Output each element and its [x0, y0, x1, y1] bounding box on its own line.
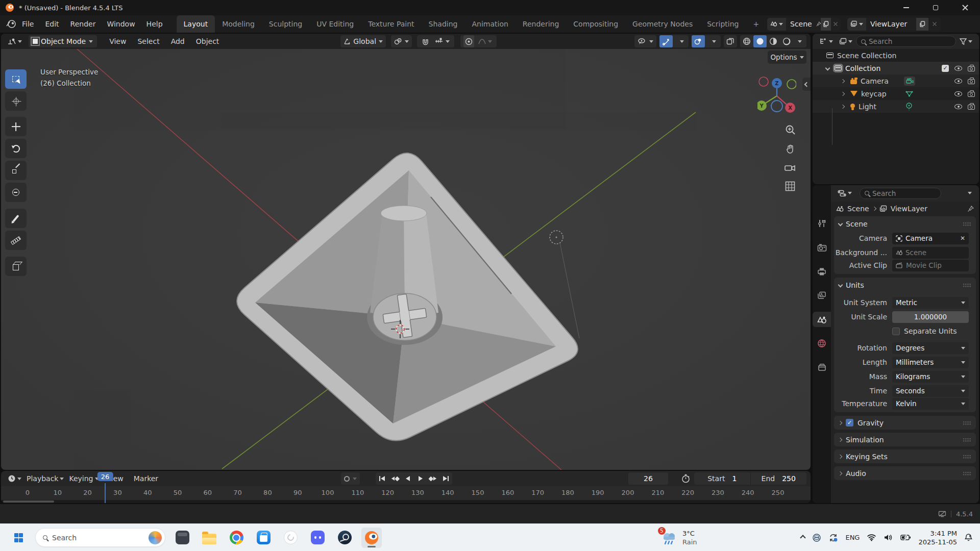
breadcrumb-view-layer[interactable]: ViewLayer — [891, 205, 927, 213]
keying-menu[interactable]: Keying — [66, 472, 101, 485]
tab-object-properties[interactable] — [813, 360, 831, 375]
tool-cursor[interactable] — [5, 91, 27, 111]
unit-system-dropdown[interactable]: Metric — [892, 297, 969, 309]
outliner-row-scene-collection[interactable]: Scene Collection — [813, 49, 979, 62]
mass-dropdown[interactable]: Kilograms — [892, 371, 969, 383]
volume-icon[interactable] — [884, 534, 893, 541]
search-highlight-icon[interactable] — [149, 531, 162, 544]
expand-chevron-icon[interactable] — [841, 91, 845, 95]
tray-expand-chevron-icon[interactable] — [800, 535, 806, 540]
object-visibility-dropdown[interactable] — [634, 35, 656, 47]
view-layer-copy-button[interactable] — [916, 18, 928, 31]
properties-search-input[interactable] — [872, 189, 936, 197]
gravity-checkbox[interactable]: ✓ — [846, 419, 853, 427]
tab-shading[interactable]: Shading — [422, 15, 465, 33]
snap-toggle[interactable] — [420, 35, 431, 47]
eye-icon[interactable] — [954, 104, 962, 109]
stopwatch-icon[interactable] — [681, 474, 690, 483]
eye-icon[interactable] — [954, 91, 962, 96]
collection-checkbox[interactable]: ✓ — [942, 65, 949, 72]
tab-texture-paint[interactable]: Texture Paint — [361, 15, 421, 33]
play-reverse-button[interactable] — [401, 472, 414, 485]
view-layer-browse-button[interactable] — [847, 18, 866, 31]
shading-settings-dropdown[interactable] — [793, 35, 806, 47]
pin-icon[interactable] — [816, 21, 821, 27]
chevron-down-icon[interactable] — [968, 192, 972, 194]
zoom-icon[interactable] — [785, 124, 796, 135]
maximize-button[interactable] — [921, 0, 950, 15]
gizmo-neg-x-ball[interactable] — [759, 77, 768, 86]
length-dropdown[interactable]: Millimeters — [892, 357, 969, 368]
properties-search[interactable] — [860, 188, 941, 199]
grip-dots-icon[interactable] — [963, 421, 971, 425]
viewport-3d[interactable]: Object Mode View Select Add Object Globa… — [1, 34, 811, 470]
simulation-panel[interactable]: Simulation — [834, 433, 976, 446]
pan-hand-icon[interactable] — [785, 144, 796, 155]
taskbar-clock[interactable]: 3:41 PM 2025-11-05 — [918, 529, 957, 546]
notification-bell-icon[interactable] — [964, 533, 973, 542]
editor-type-button[interactable] — [5, 35, 24, 47]
next-keyframe-button[interactable] — [427, 472, 439, 485]
input-language[interactable]: ENG — [845, 534, 860, 541]
grip-dots-icon[interactable] — [963, 455, 971, 459]
outliner-search-input[interactable] — [869, 37, 951, 45]
app-chrome[interactable] — [226, 528, 247, 548]
menu-edit[interactable]: Edit — [39, 20, 64, 28]
tab-layout[interactable]: Layout — [177, 15, 215, 33]
tab-compositing[interactable]: Compositing — [566, 15, 625, 33]
jump-to-end-button[interactable] — [439, 472, 452, 485]
expand-chevron-icon[interactable] — [841, 104, 845, 108]
outliner-filter-button[interactable] — [957, 35, 975, 47]
tool-select-box[interactable] — [5, 69, 27, 89]
tool-rotate[interactable] — [5, 139, 27, 158]
tab-geometry-nodes[interactable]: Geometry Nodes — [625, 15, 700, 33]
timeline-scrollbar[interactable] — [1, 500, 811, 503]
options-button[interactable]: Options — [768, 51, 806, 64]
tab-output-properties[interactable] — [813, 264, 831, 279]
grip-dots-icon[interactable] — [963, 283, 971, 287]
tab-tool-properties[interactable] — [813, 216, 831, 231]
pin-icon[interactable] — [967, 206, 974, 212]
outliner-row-camera[interactable]: Camera — [813, 74, 979, 87]
tab-rendering[interactable]: Rendering — [516, 15, 567, 33]
snap-settings-dropdown[interactable] — [433, 35, 451, 47]
xray-toggle[interactable] — [724, 35, 737, 47]
mode-dropdown[interactable]: Object Mode — [29, 35, 97, 47]
menu-file[interactable]: File — [16, 20, 39, 28]
sync-update-icon[interactable] — [828, 533, 838, 542]
active-clip-field[interactable]: Movie Clip — [892, 260, 969, 271]
eye-icon[interactable] — [954, 79, 962, 84]
separate-units-checkbox[interactable] — [892, 328, 900, 335]
viewport-menu-view[interactable]: View — [104, 37, 131, 45]
taskbar-weather[interactable]: 5 3°C Rain — [660, 524, 697, 551]
blender-menu-logo-icon[interactable] — [6, 20, 16, 28]
chevron-down-icon[interactable] — [353, 478, 357, 480]
camera-field[interactable]: Camera ✕ — [892, 233, 969, 244]
tool-measure[interactable] — [5, 231, 27, 250]
prev-keyframe-button[interactable] — [388, 472, 401, 485]
playhead-line[interactable] — [105, 483, 106, 503]
scene-name[interactable]: Scene — [786, 20, 816, 28]
outliner-search[interactable] — [856, 36, 956, 47]
gizmo-neg-y-ball[interactable] — [787, 80, 796, 89]
grip-dots-icon[interactable] — [963, 222, 971, 226]
playhead-frame-badge[interactable]: 26 — [97, 472, 113, 481]
shading-material-button[interactable] — [767, 35, 780, 47]
outliner-editor-type-button[interactable] — [817, 35, 836, 47]
tool-scale[interactable] — [5, 161, 27, 180]
minimize-button[interactable] — [891, 0, 921, 15]
tool-transform[interactable] — [5, 183, 27, 202]
eye-icon[interactable] — [954, 66, 962, 71]
wifi-icon[interactable] — [867, 534, 876, 541]
outliner-row-light[interactable]: Light — [813, 100, 979, 113]
start-button[interactable] — [8, 528, 29, 548]
gizmo-settings-dropdown[interactable] — [675, 35, 689, 47]
properties-editor-type-button[interactable] — [835, 187, 854, 199]
play-button[interactable] — [414, 472, 427, 485]
battery-icon[interactable] — [900, 534, 911, 541]
scrollbar-handle[interactable] — [3, 500, 54, 503]
timeline-menu-marker[interactable]: Marker — [129, 474, 163, 483]
add-workspace-button[interactable]: + — [746, 15, 766, 33]
keycap-model[interactable] — [237, 153, 578, 441]
sidebar-collapse-tab[interactable] — [802, 78, 811, 91]
